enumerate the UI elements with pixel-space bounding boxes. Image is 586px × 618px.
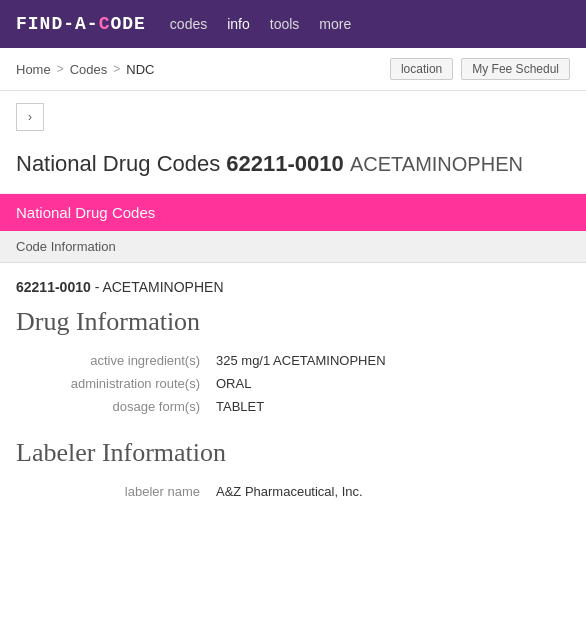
label-dosage-form: dosage form(s) — [16, 399, 216, 414]
fee-schedule-button[interactable]: My Fee Schedul — [461, 58, 570, 80]
content-area: 62211-0010 - ACETAMINOPHEN Drug Informat… — [0, 263, 586, 499]
value-active-ingredient: 325 mg/1 ACETAMINOPHEN — [216, 353, 386, 368]
page-title-code: 62211-0010 — [226, 151, 343, 176]
code-id: 62211-0010 — [16, 279, 91, 295]
nav-more[interactable]: more — [319, 16, 351, 32]
tab-national-drug-codes[interactable]: National Drug Codes — [0, 194, 586, 231]
nav-links: codes info tools more — [170, 16, 351, 32]
value-labeler-name: A&Z Pharmaceutical, Inc. — [216, 484, 363, 499]
breadcrumb-codes[interactable]: Codes — [70, 62, 108, 77]
labeler-table: labeler name A&Z Pharmaceutical, Inc. — [16, 484, 570, 499]
value-dosage-form: TABLET — [216, 399, 264, 414]
label-admin-route: administration route(s) — [16, 376, 216, 391]
breadcrumb-ndc: NDC — [126, 62, 154, 77]
breadcrumb-sep-2: > — [113, 62, 120, 76]
drug-info-table: active ingredient(s) 325 mg/1 ACETAMINOP… — [16, 353, 570, 414]
tab-code-information[interactable]: Code Information — [0, 231, 586, 263]
breadcrumb-sep-1: > — [57, 62, 64, 76]
info-row-labeler-name: labeler name A&Z Pharmaceutical, Inc. — [16, 484, 570, 499]
label-active-ingredient: active ingredient(s) — [16, 353, 216, 368]
page-title: National Drug Codes 62211-0010 ACETAMINO… — [16, 151, 570, 177]
breadcrumb-bar: Home > Codes > NDC location My Fee Sched… — [0, 48, 586, 91]
breadcrumb-home[interactable]: Home — [16, 62, 51, 77]
info-row-active-ingredient: active ingredient(s) 325 mg/1 ACETAMINOP… — [16, 353, 570, 368]
breadcrumb: Home > Codes > NDC — [16, 62, 154, 77]
labeler-section: Labeler Information labeler name A&Z Pha… — [16, 438, 570, 499]
code-name: ACETAMINOPHEN — [102, 279, 223, 295]
nav-codes[interactable]: codes — [170, 16, 207, 32]
page-title-area: National Drug Codes 62211-0010 ACETAMINO… — [0, 143, 586, 194]
location-button[interactable]: location — [390, 58, 453, 80]
page-title-drug: ACETAMINOPHEN — [350, 153, 523, 175]
breadcrumb-actions: location My Fee Schedul — [390, 58, 570, 80]
label-labeler-name: labeler name — [16, 484, 216, 499]
info-row-dosage-form: dosage form(s) TABLET — [16, 399, 570, 414]
drug-info-title: Drug Information — [16, 307, 570, 337]
chevron-right-icon: › — [28, 110, 32, 124]
nav-tools[interactable]: tools — [270, 16, 300, 32]
top-nav: FIND‑A‑CODE codes info tools more — [0, 0, 586, 48]
page-title-prefix: National Drug Codes — [16, 151, 220, 176]
value-admin-route: ORAL — [216, 376, 251, 391]
sidebar-toggle[interactable]: › — [16, 103, 44, 131]
labeler-title: Labeler Information — [16, 438, 570, 468]
nav-info[interactable]: info — [227, 16, 250, 32]
drug-info-section: Drug Information active ingredient(s) 32… — [16, 307, 570, 414]
code-dash: - — [91, 279, 103, 295]
info-row-admin-route: administration route(s) ORAL — [16, 376, 570, 391]
site-logo[interactable]: FIND‑A‑CODE — [16, 14, 146, 34]
tab-section: National Drug Codes Code Information — [0, 194, 586, 263]
code-header: 62211-0010 - ACETAMINOPHEN — [16, 279, 570, 295]
